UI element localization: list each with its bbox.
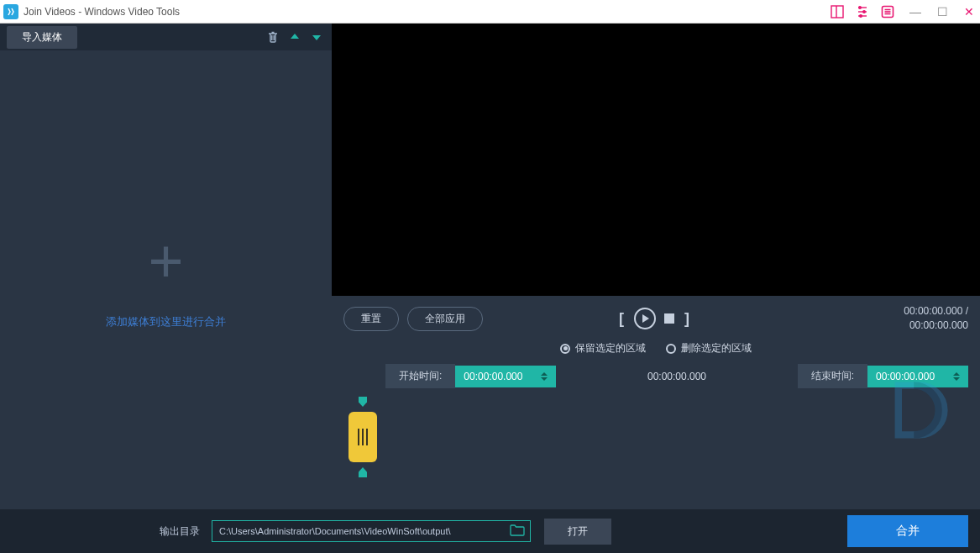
delete-icon[interactable]	[265, 29, 281, 45]
app-icon	[3, 4, 18, 19]
controls-area: 重置 全部应用 [ ] 00:00:00.000 / 00:00:00.000 …	[332, 296, 980, 509]
main-area: 导入媒体 + 添加媒体到这里进行合并 重置 全部应用 [	[0, 24, 980, 509]
current-time-value: 00:00:00.000	[556, 371, 797, 382]
list-icon[interactable]	[879, 3, 896, 20]
preview-panel: 重置 全部应用 [ ] 00:00:00.000 / 00:00:00.000 …	[332, 24, 980, 509]
move-down-icon[interactable]	[308, 29, 325, 45]
delete-region-label: 删除选定的区域	[681, 341, 752, 356]
play-icon	[642, 314, 649, 323]
transport-controls: [ ]	[617, 308, 691, 329]
plus-icon: +	[148, 230, 183, 291]
timeline[interactable]	[343, 397, 968, 498]
radio-unselected-icon	[666, 344, 676, 354]
browse-folder-icon[interactable]	[510, 524, 525, 538]
apply-all-button[interactable]: 全部应用	[407, 307, 483, 331]
output-path-value: C:\Users\Administrator\Documents\VideoWi…	[219, 526, 451, 536]
start-time-label: 开始时间:	[385, 364, 455, 388]
end-time-value: 00:00:00.000	[876, 371, 935, 382]
end-time-label: 结束时间:	[798, 364, 867, 388]
mark-out-icon[interactable]: ]	[683, 310, 691, 328]
stop-button[interactable]	[664, 313, 674, 324]
radio-selected-icon	[560, 344, 570, 354]
start-time-spinner[interactable]	[541, 372, 548, 381]
footer-bar: 输出目录 C:\Users\Administrator\Documents\Vi…	[0, 509, 980, 553]
delete-region-radio[interactable]: 删除选定的区域	[666, 341, 752, 356]
svg-point-5	[859, 6, 862, 8]
svg-point-6	[863, 10, 866, 13]
time-current: 00:00:00.000 /	[904, 304, 968, 319]
timecode-display: 00:00:00.000 / 00:00:00.000	[904, 304, 968, 333]
open-folder-button[interactable]: 打开	[544, 519, 611, 545]
minimize-button[interactable]: —	[908, 4, 923, 19]
playback-row: 重置 全部应用 [ ] 00:00:00.000 / 00:00:00.000	[343, 304, 968, 333]
close-button[interactable]: ✕	[962, 4, 977, 19]
svg-point-7	[860, 14, 862, 17]
video-preview	[332, 24, 980, 296]
titlebar-tool-icons	[829, 3, 899, 20]
media-toolbar: 导入媒体	[0, 24, 332, 50]
keep-region-label: 保留选定的区域	[575, 341, 646, 356]
timeline-handle[interactable]	[349, 412, 377, 462]
start-time-value: 00:00:00.000	[464, 371, 522, 382]
mark-in-icon[interactable]: [	[617, 310, 626, 328]
svg-rect-0	[831, 6, 843, 18]
time-range-row: 开始时间: 00:00:00.000 00:00:00.000 结束时间: 00…	[343, 364, 968, 388]
layout-icon[interactable]	[829, 3, 846, 20]
region-mode-row: 保留选定的区域 删除选定的区域	[343, 341, 968, 356]
import-media-button[interactable]: 导入媒体	[7, 26, 77, 49]
play-button[interactable]	[634, 308, 656, 329]
settings-icon[interactable]	[854, 3, 871, 20]
output-path-field[interactable]: C:\Users\Administrator\Documents\VideoWi…	[212, 520, 531, 542]
titlebar: Join Videos - Windows Video Tools — ☐ ✕	[0, 0, 980, 24]
drop-hint-text: 添加媒体到这里进行合并	[106, 314, 226, 329]
window-controls: — ☐ ✕	[908, 4, 977, 19]
timeline-start-marker[interactable]	[359, 397, 367, 407]
media-drop-zone[interactable]: + 添加媒体到这里进行合并	[0, 50, 332, 509]
media-panel: 导入媒体 + 添加媒体到这里进行合并	[0, 24, 332, 509]
merge-button[interactable]: 合并	[847, 515, 968, 547]
maximize-button[interactable]: ☐	[935, 4, 950, 19]
end-time-spinner[interactable]	[953, 372, 960, 381]
reset-button[interactable]: 重置	[343, 307, 399, 331]
move-up-icon[interactable]	[286, 29, 303, 45]
window-title: Join Videos - Windows Video Tools	[24, 6, 829, 18]
time-total: 00:00:00.000	[904, 319, 968, 333]
keep-region-radio[interactable]: 保留选定的区域	[560, 341, 646, 356]
output-dir-label: 输出目录	[160, 524, 200, 539]
timeline-end-marker[interactable]	[359, 467, 367, 477]
end-time-field[interactable]: 00:00:00.000	[867, 366, 968, 387]
start-time-field[interactable]: 00:00:00.000	[455, 366, 556, 387]
